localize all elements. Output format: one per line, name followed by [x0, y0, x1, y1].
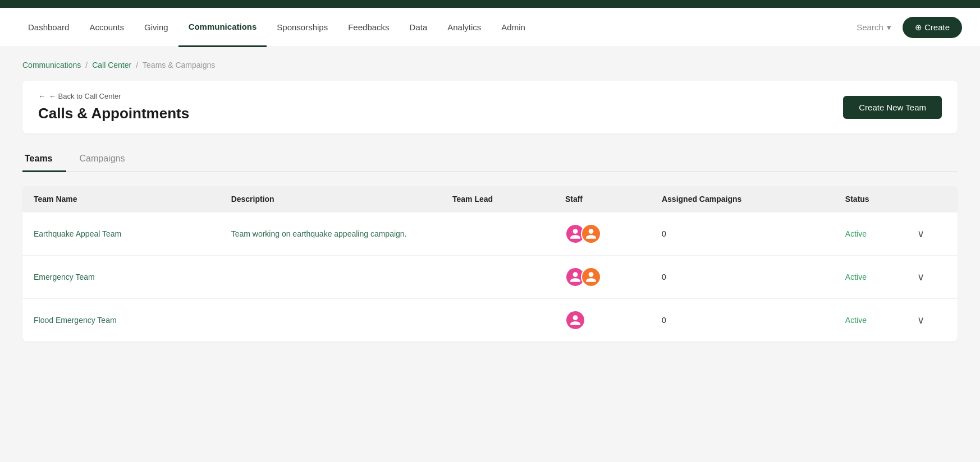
nav-communications[interactable]: Communications [178, 8, 267, 47]
breadcrumb: Communications / Call Center / Teams & C… [22, 61, 958, 70]
assigned-campaigns-flood: 0 [651, 299, 834, 342]
status-earthquake: Active [834, 212, 917, 256]
team-lead-earthquake [441, 212, 554, 256]
nav-data[interactable]: Data [400, 8, 438, 47]
breadcrumb-current: Teams & Campaigns [143, 61, 215, 70]
nav-accounts[interactable]: Accounts [79, 8, 134, 47]
page-title: Calls & Appointments [38, 105, 189, 122]
col-staff: Staff [554, 186, 651, 212]
navbar: Dashboard Accounts Giving Communications… [0, 8, 980, 47]
col-team-name: Team Name [22, 186, 220, 212]
team-lead-emergency [441, 256, 554, 299]
breadcrumb-call-center[interactable]: Call Center [92, 61, 131, 70]
team-description-earthquake: Team working on earthquake appealing cam… [220, 212, 441, 256]
tab-teams[interactable]: Teams [22, 147, 66, 172]
team-lead-flood [441, 299, 554, 342]
avatar-orange-2 [581, 267, 601, 287]
topbar [0, 0, 980, 8]
search-label: Search [857, 22, 883, 32]
staff-earthquake [554, 212, 651, 256]
table-row: Emergency Team 0 [22, 256, 958, 299]
staff-avatars [565, 224, 639, 244]
status-flood: Active [834, 299, 917, 342]
staff-avatars [565, 310, 639, 330]
staff-avatars [565, 267, 639, 287]
expand-row-earthquake[interactable]: ∨ [917, 212, 958, 256]
team-name-earthquake[interactable]: Earthquake Appeal Team [22, 212, 220, 256]
col-actions [917, 186, 958, 212]
breadcrumb-sep-2: / [136, 61, 138, 70]
nav-dashboard[interactable]: Dashboard [18, 8, 79, 47]
table-row: Earthquake Appeal Team Team working on e… [22, 212, 958, 256]
col-assigned-campaigns: Assigned Campaigns [651, 186, 834, 212]
col-team-lead: Team Lead [441, 186, 554, 212]
status-emergency: Active [834, 256, 917, 299]
expand-row-flood[interactable]: ∨ [917, 299, 958, 342]
nav-feedbacks[interactable]: Feedbacks [338, 8, 399, 47]
team-name-emergency[interactable]: Emergency Team [22, 256, 220, 299]
teams-table: Team Name Description Team Lead Staff As… [22, 186, 958, 341]
staff-emergency [554, 256, 651, 299]
avatar-orange-1 [581, 224, 601, 244]
page-header: ← ← Back to Call Center Calls & Appointm… [22, 81, 958, 133]
breadcrumb-sep-1: / [85, 61, 88, 70]
page-header-left: ← ← Back to Call Center Calls & Appointm… [38, 92, 189, 122]
nav-admin[interactable]: Admin [491, 8, 535, 47]
create-button[interactable]: ⊕ Create [903, 17, 962, 38]
create-new-team-button[interactable]: Create New Team [843, 96, 942, 119]
assigned-campaigns-earthquake: 0 [651, 212, 834, 256]
avatar-pink-3 [565, 310, 585, 330]
table-row: Flood Emergency Team 0 Active ∨ [22, 299, 958, 342]
back-arrow-icon: ← [38, 92, 45, 100]
back-link-label: ← Back to Call Center [49, 92, 121, 100]
team-description-emergency [220, 256, 441, 299]
team-name-flood[interactable]: Flood Emergency Team [22, 299, 220, 342]
chevron-down-icon: ▾ [887, 22, 891, 33]
col-status: Status [834, 186, 917, 212]
nav-analytics[interactable]: Analytics [437, 8, 491, 47]
search-button[interactable]: Search ▾ [857, 22, 891, 33]
assigned-campaigns-emergency: 0 [651, 256, 834, 299]
col-description: Description [220, 186, 441, 212]
expand-row-emergency[interactable]: ∨ [917, 256, 958, 299]
team-description-flood [220, 299, 441, 342]
tab-campaigns[interactable]: Campaigns [77, 147, 139, 172]
tabs: Teams Campaigns [22, 147, 958, 172]
main-content: Communications / Call Center / Teams & C… [0, 47, 980, 462]
nav-giving[interactable]: Giving [134, 8, 178, 47]
table-header-row: Team Name Description Team Lead Staff As… [22, 186, 958, 212]
staff-flood [554, 299, 651, 342]
back-link[interactable]: ← ← Back to Call Center [38, 92, 189, 100]
breadcrumb-communications[interactable]: Communications [22, 61, 81, 70]
nav-sponsorships[interactable]: Sponsorships [267, 8, 338, 47]
